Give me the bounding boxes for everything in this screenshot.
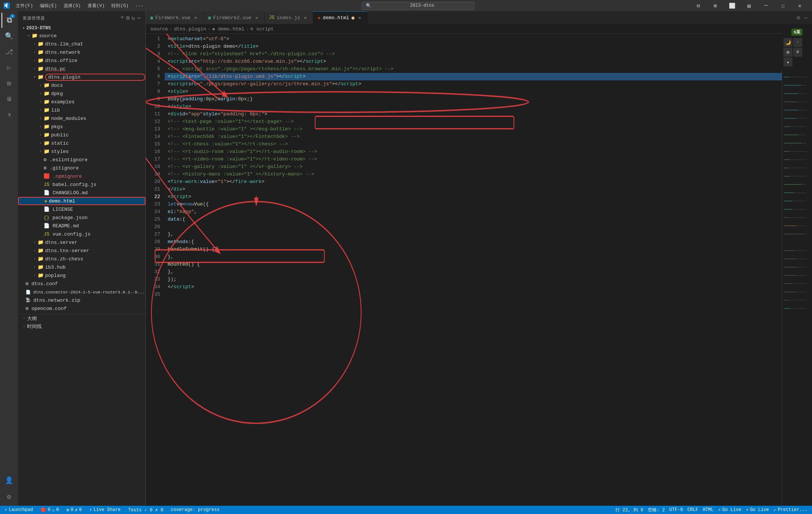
tree-item-dtns-connector[interactable]: 📄 dtns.connector-2024-1-5-vue-router3.0.… bbox=[18, 288, 145, 296]
refresh-icon[interactable]: ↻ bbox=[132, 14, 136, 22]
menu-goto[interactable]: 转到(G) bbox=[108, 2, 132, 10]
status-coverage[interactable]: coverage: progress bbox=[169, 507, 221, 512]
tab-firework2-vue[interactable]: ▣ FireWork2.vue ✕ bbox=[204, 11, 265, 24]
status-sync[interactable]: ⚙ 0 ✗ 0 bbox=[65, 507, 83, 513]
tree-item-gitignore[interactable]: ⚙ .gitignore bbox=[18, 164, 145, 172]
code-content[interactable]: <meta charset="utf-8"><title>dtns-plugin… bbox=[165, 34, 782, 506]
tree-item-vue-config[interactable]: JS vue.config.js bbox=[18, 230, 145, 238]
tree-item-dtns-zh-chess[interactable]: › 📁 dtns.zh-chess bbox=[18, 255, 145, 263]
tree-item-changelog[interactable]: 📄 CHANGELOG.md bbox=[18, 189, 145, 197]
hash-icon[interactable]: # bbox=[793, 48, 802, 57]
s-icon[interactable]: S英 bbox=[791, 29, 803, 36]
breadcrumb-demo-html[interactable]: ◈ demo.html bbox=[212, 26, 244, 32]
star-icon[interactable]: ★ bbox=[783, 57, 792, 67]
tree-item-dtns-llm-chat[interactable]: › 📁 dtns.llm_chat bbox=[18, 40, 145, 48]
tree-item-package-json[interactable]: {} package.json bbox=[18, 213, 145, 222]
sidebar-icon[interactable]: ▤ bbox=[741, 0, 757, 11]
more-actions-icon[interactable]: ⋯ bbox=[803, 14, 809, 22]
status-encoding[interactable]: UTF-8 bbox=[668, 507, 685, 513]
tab-firework-vue[interactable]: ▣ FireWork.vue ✕ bbox=[146, 11, 204, 24]
root-folder[interactable]: ▾ 2023-DTNS bbox=[18, 25, 145, 32]
tree-item-timeline[interactable]: › 时间线 bbox=[18, 322, 145, 331]
tree-item-dtns-network[interactable]: › 📁 dtns.network bbox=[18, 48, 145, 56]
layout-icon[interactable]: ⊟ bbox=[690, 0, 707, 11]
tree-item-readme[interactable]: 📄 README.md bbox=[18, 222, 145, 230]
grid-icon[interactable]: ⊞ bbox=[783, 48, 792, 57]
tree-item-dtns-server[interactable]: › 📁 dtns.server bbox=[18, 238, 145, 246]
breadcrumb-script[interactable]: ⊙ script bbox=[250, 26, 274, 32]
status-go-live-1[interactable]: ⚡ Go Live bbox=[717, 507, 743, 513]
status-indent[interactable]: 空格: 2 bbox=[646, 507, 667, 513]
status-branch[interactable]: ⚡ Launchpad bbox=[3, 507, 35, 513]
tab-close-icon[interactable]: ✕ bbox=[254, 15, 260, 21]
new-folder-icon[interactable]: ⊞ bbox=[126, 14, 130, 22]
tree-item-lib[interactable]: › 📁 lib bbox=[18, 106, 145, 114]
moon-icon[interactable]: 🌙 bbox=[783, 38, 792, 47]
activity-item-testing[interactable]: ⚗ bbox=[2, 107, 17, 122]
activity-item-search[interactable]: 🔍 bbox=[2, 29, 17, 44]
tree-item-dtns-plugin[interactable]: ▾ 📁 dtns.plugin bbox=[18, 73, 145, 81]
tree-item-styles[interactable]: › 📁 styles bbox=[18, 147, 145, 156]
tree-item-dtns-conf[interactable]: ⚙ dtns.conf bbox=[18, 280, 145, 288]
tree-item-source[interactable]: ▾ 📁 source bbox=[18, 32, 145, 40]
split-icon[interactable]: ⊞ bbox=[707, 0, 724, 11]
tree-item-dtns-network-zip[interactable]: 🗜 dtns.network.zip bbox=[18, 296, 145, 304]
tree-item-dtns-tns-server[interactable]: › 📁 dtns.tns-server bbox=[18, 246, 145, 255]
tree-item-opencom-conf[interactable]: ⚙ opencom.conf bbox=[18, 304, 145, 313]
tree-item-dtns-pc[interactable]: › 📁 dtns.pc bbox=[18, 65, 145, 73]
activity-item-accounts[interactable]: 👤 bbox=[2, 473, 17, 488]
maximize-button[interactable]: ☐ bbox=[774, 0, 791, 11]
tab-index-js[interactable]: JS index.js ✕ bbox=[265, 11, 314, 24]
search-text[interactable]: 2023-dtns bbox=[374, 3, 470, 8]
tree-item-static[interactable]: › 📁 static bbox=[18, 139, 145, 147]
status-liveshare[interactable]: ⚡ Live Share bbox=[88, 507, 122, 513]
tree-item-babel-config[interactable]: JS babel.config.js bbox=[18, 180, 145, 189]
menu-select[interactable]: 选择(S) bbox=[61, 2, 84, 10]
status-eol[interactable]: CRLF bbox=[686, 507, 700, 513]
menu-edit[interactable]: 编辑(E) bbox=[37, 2, 60, 10]
activity-item-remote[interactable]: 🖥 bbox=[2, 92, 17, 107]
activity-item-source-control[interactable]: ⎇ bbox=[2, 44, 17, 59]
breadcrumb-source[interactable]: source bbox=[150, 26, 168, 32]
tree-item-npmignore[interactable]: 🟥 .npmignore bbox=[18, 172, 145, 180]
status-language[interactable]: HTML bbox=[701, 507, 715, 513]
split-editor-icon[interactable]: ⊟ bbox=[795, 14, 801, 22]
breadcrumb-dtns-plugin[interactable]: dtns.plugin bbox=[174, 26, 206, 32]
close-button[interactable]: ✕ bbox=[791, 0, 808, 11]
tree-item-eslintignore[interactable]: ⚙ .eslintignore bbox=[18, 156, 145, 164]
activity-item-run[interactable]: ▷ bbox=[2, 60, 17, 75]
panel-icon[interactable]: ⬜ bbox=[724, 0, 741, 11]
tree-item-node-modules[interactable]: › 📁 node_modules bbox=[18, 114, 145, 122]
tree-item-public[interactable]: › 📁 public bbox=[18, 131, 145, 139]
status-tests[interactable]: Tests ✓ 0 ✗ 0 bbox=[127, 507, 165, 513]
status-go-live-2[interactable]: ⚡ Go Live bbox=[744, 507, 771, 513]
menu-file[interactable]: 文件(F) bbox=[13, 2, 36, 10]
tree-item-outline[interactable]: › 大纲 bbox=[18, 314, 145, 322]
tree-item-poplang[interactable]: › 📁 poplang bbox=[18, 271, 145, 280]
collapse-icon[interactable]: ⋯ bbox=[137, 14, 141, 22]
tree-item-docs[interactable]: › 📁 docs bbox=[18, 81, 145, 89]
tree-item-demo-html[interactable]: ◈ demo.html bbox=[18, 197, 145, 205]
menu-more[interactable]: ... bbox=[132, 2, 147, 10]
tab-close-icon[interactable]: ✕ bbox=[302, 15, 308, 21]
tab-demo-html[interactable]: ◈ demo.html ✕ bbox=[313, 11, 367, 24]
status-position[interactable]: 行 22, 列 9 bbox=[614, 507, 645, 513]
tree-item-dtns-office[interactable]: › 📁 dtns.office bbox=[18, 56, 145, 65]
minimize-button[interactable]: ─ bbox=[757, 0, 774, 11]
activity-item-extensions[interactable]: ⊞ bbox=[2, 76, 17, 91]
status-prettier[interactable]: ✓ Prettier... bbox=[772, 507, 809, 513]
tab-close-icon[interactable]: ✕ bbox=[357, 15, 363, 21]
tree-item-dpkg[interactable]: › 📁 dpkg bbox=[18, 89, 145, 98]
code-editor[interactable]: 1234567891011121314151617181920212223242… bbox=[146, 34, 782, 506]
tab-close-icon[interactable]: ✕ bbox=[193, 15, 199, 21]
dot-icon[interactable]: · bbox=[793, 38, 802, 47]
tree-item-ib3-hub[interactable]: › 📁 ib3.hub bbox=[18, 263, 145, 271]
tree-item-pkgs[interactable]: › 📁 pkgs bbox=[18, 122, 145, 131]
activity-item-settings[interactable]: ⚙ bbox=[2, 489, 17, 504]
status-errors[interactable]: 🔴 0 ⚠ 0 bbox=[39, 507, 61, 513]
activity-item-explorer[interactable]: ⧉ 1 bbox=[2, 13, 17, 28]
menu-view[interactable]: 查看(V) bbox=[85, 2, 108, 10]
tree-item-examples[interactable]: › 📁 examples bbox=[18, 98, 145, 106]
tree-item-license[interactable]: 📄 LICENSE bbox=[18, 205, 145, 213]
new-file-icon[interactable]: + bbox=[120, 14, 124, 22]
